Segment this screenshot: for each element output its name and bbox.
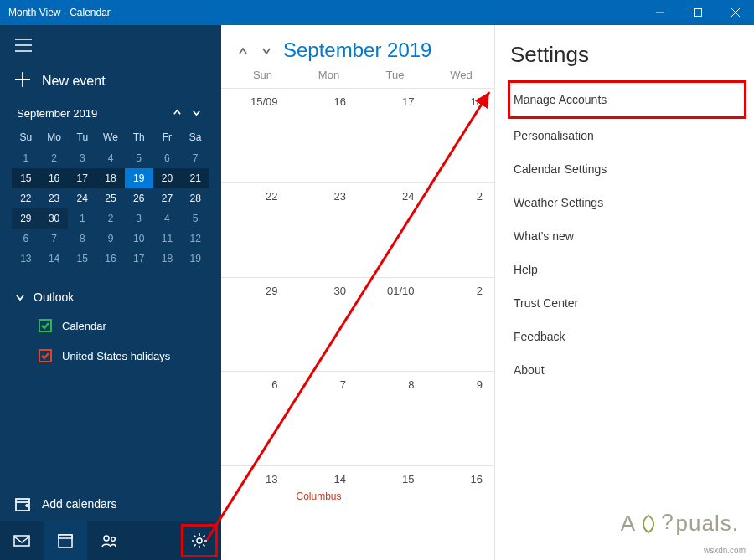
mini-cal-day[interactable]: 15 xyxy=(12,168,40,188)
mini-cal-day[interactable]: 2 xyxy=(96,208,125,229)
mini-cal-day[interactable]: 1 xyxy=(68,208,96,229)
mini-cal-day[interactable]: 16 xyxy=(40,168,69,188)
mini-cal-day[interactable]: 29 xyxy=(12,208,40,229)
calendar-day-number: 17 xyxy=(358,95,420,108)
calendar-cell[interactable]: 15/09 xyxy=(221,89,290,182)
mini-cal-day[interactable]: 19 xyxy=(125,168,153,188)
mini-cal-day[interactable]: 14 xyxy=(40,249,69,269)
calendar-cell[interactable]: 2 xyxy=(426,278,495,372)
calendar-cell[interactable]: 18 xyxy=(426,89,495,182)
next-month[interactable] xyxy=(260,45,271,60)
mini-cal-day[interactable]: 30 xyxy=(40,208,69,229)
calendar-cell[interactable]: 14Columbus xyxy=(290,466,359,560)
settings-item[interactable]: What's new xyxy=(510,219,744,253)
prev-month[interactable] xyxy=(236,45,248,60)
checkbox-icon xyxy=(39,349,52,362)
settings-item[interactable]: Weather Settings xyxy=(510,186,744,219)
mini-cal-day[interactable]: 11 xyxy=(153,229,182,249)
calendar-day-number: 01/10 xyxy=(358,285,420,297)
mini-cal-day[interactable]: 26 xyxy=(125,188,153,208)
calendar-cell[interactable]: 17 xyxy=(358,89,426,182)
calendar-week: 6789 xyxy=(221,371,494,465)
mini-cal-prev[interactable] xyxy=(168,107,187,120)
mini-cal-next[interactable] xyxy=(187,107,206,120)
mini-cal-day[interactable]: 15 xyxy=(68,249,96,269)
calendar-day-number: 29 xyxy=(221,285,283,297)
mini-cal-day[interactable]: 21 xyxy=(181,168,209,188)
calendar-cell[interactable]: 16 xyxy=(290,89,359,182)
mini-cal-day[interactable]: 18 xyxy=(96,168,125,188)
calendar-cell[interactable]: 23 xyxy=(290,183,359,277)
mini-cal-day[interactable]: 3 xyxy=(68,148,96,168)
mini-cal-day[interactable]: 9 xyxy=(96,229,125,249)
mini-calendar: September 2019 SuMoTuWeThFrSa12345671516… xyxy=(0,104,221,275)
mini-cal-day[interactable]: 6 xyxy=(12,229,40,249)
calendar-cell[interactable]: 13 xyxy=(221,466,290,560)
mini-cal-day[interactable]: 12 xyxy=(181,229,209,249)
mini-cal-day[interactable]: 17 xyxy=(68,168,96,188)
mini-cal-day[interactable]: 10 xyxy=(125,229,153,249)
mini-cal-day[interactable]: 25 xyxy=(96,188,125,208)
hamburger-button[interactable] xyxy=(0,25,221,64)
mini-cal-day[interactable]: 7 xyxy=(40,229,69,249)
calendar-grid: 15/091617182223242293001/10267891314Colu… xyxy=(221,88,494,560)
mini-cal-day[interactable]: 17 xyxy=(125,249,153,269)
mini-cal-day[interactable]: 23 xyxy=(40,188,69,208)
mini-cal-day[interactable]: 28 xyxy=(181,188,209,208)
new-event-button[interactable]: New event xyxy=(0,64,221,104)
minimize-button[interactable] xyxy=(641,0,679,25)
settings-item[interactable]: About xyxy=(510,353,744,387)
mini-cal-day[interactable]: 19 xyxy=(181,249,209,269)
settings-item[interactable]: Feedback xyxy=(510,320,744,353)
calendar-cell[interactable]: 2 xyxy=(426,183,495,277)
account-header[interactable]: Outlook xyxy=(5,284,216,311)
calendar-day-number: 6 xyxy=(221,378,283,391)
mini-cal-day[interactable]: 4 xyxy=(96,148,125,168)
calendar-button[interactable] xyxy=(44,521,87,560)
calendar-cell[interactable]: 29 xyxy=(221,278,290,372)
calendar-cell[interactable]: 01/10 xyxy=(358,278,426,372)
settings-item[interactable]: Trust Center xyxy=(510,286,744,320)
settings-item[interactable]: Help xyxy=(510,253,744,286)
calendar-item[interactable]: Calendar xyxy=(5,311,216,341)
mini-cal-day[interactable]: 27 xyxy=(153,188,182,208)
calendar-cell[interactable]: 15 xyxy=(358,466,426,560)
settings-item[interactable]: Personalisation xyxy=(510,119,744,152)
close-button[interactable] xyxy=(716,0,754,25)
people-button[interactable] xyxy=(87,521,131,560)
mini-cal-day[interactable]: 7 xyxy=(181,148,209,168)
calendar-cell[interactable]: 6 xyxy=(221,372,290,465)
settings-item[interactable]: Manage Accounts xyxy=(508,80,746,119)
settings-button[interactable] xyxy=(183,527,215,555)
calendar-item[interactable]: United States holidays xyxy=(5,341,216,371)
settings-item[interactable]: Calendar Settings xyxy=(510,152,744,186)
calendar-event[interactable]: Columbus xyxy=(290,491,352,502)
calendar-cell[interactable]: 30 xyxy=(290,278,359,372)
calendar-cell[interactable]: 24 xyxy=(358,183,426,277)
calendar-cell[interactable]: 16 xyxy=(426,466,495,560)
calendar-cell[interactable]: 22 xyxy=(221,183,290,277)
mini-cal-day[interactable]: 20 xyxy=(153,168,182,188)
add-calendars-button[interactable]: Add calendars xyxy=(0,486,221,521)
mini-cal-day[interactable]: 16 xyxy=(96,249,125,269)
mini-cal-day[interactable]: 22 xyxy=(12,188,40,208)
mini-cal-day[interactable]: 4 xyxy=(153,208,182,229)
maximize-button[interactable] xyxy=(679,0,716,25)
mini-cal-day[interactable]: 5 xyxy=(181,208,209,229)
calendar-cell[interactable]: 8 xyxy=(358,372,426,465)
mini-cal-day[interactable]: 1 xyxy=(12,148,40,168)
mini-cal-day[interactable]: 2 xyxy=(40,148,69,168)
mini-cal-day[interactable]: 3 xyxy=(125,208,153,229)
calendar-cell[interactable]: 9 xyxy=(426,372,495,465)
calendar-day-headers: SunMonTueWed xyxy=(221,67,494,88)
mini-cal-day[interactable]: 24 xyxy=(68,188,96,208)
calendar-day-number: 2 xyxy=(426,190,488,203)
mini-cal-day[interactable]: 18 xyxy=(153,249,182,269)
calendar-cell[interactable]: 7 xyxy=(290,372,359,465)
mail-button[interactable] xyxy=(0,521,44,560)
mini-cal-day[interactable]: 6 xyxy=(153,148,182,168)
mini-cal-day[interactable]: 8 xyxy=(68,229,96,249)
mini-cal-day[interactable]: 13 xyxy=(12,249,40,269)
svg-point-6 xyxy=(111,537,116,542)
mini-cal-day[interactable]: 5 xyxy=(125,148,153,168)
